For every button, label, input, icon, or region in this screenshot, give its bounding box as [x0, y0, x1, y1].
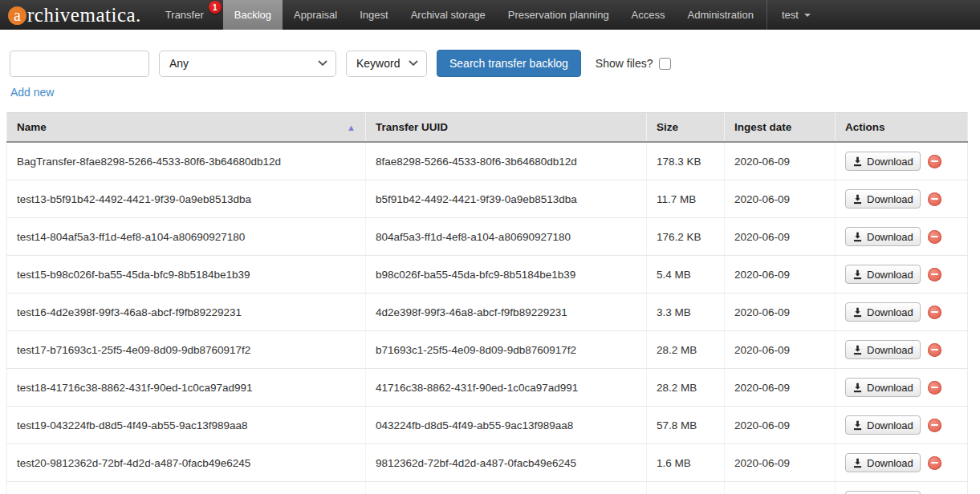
- transfer-name-cell: test13-b5f91b42-4492-4421-9f39-0a9eb8513…: [7, 180, 366, 218]
- show-files-checkbox[interactable]: [659, 58, 671, 70]
- search-query-input[interactable]: [10, 51, 149, 77]
- ingest-date-cell: 2020-06-09: [725, 256, 836, 294]
- nav-tab-appraisal[interactable]: Appraisal: [283, 0, 348, 30]
- download-button[interactable]: Download: [845, 152, 921, 171]
- transfer-uuid-cell: 4d2e398f-99f3-46a8-abcf-f9fb89229231: [366, 294, 647, 331]
- remove-transfer-icon[interactable]: [928, 155, 941, 168]
- transfer-name-cell: test14-804af5a3-ff1d-4ef8-a104-a80690927…: [7, 218, 366, 256]
- transfer-uuid-cell: 41716c38-8862-431f-90ed-1c0ca97ad991: [366, 369, 647, 407]
- ingest-date-cell: 2020-06-09: [725, 180, 836, 218]
- top-navbar: archivematica. Transfer1BacklogAppraisal…: [0, 0, 980, 30]
- download-button-label: Download: [867, 419, 913, 431]
- transfer-row: test14-804af5a3-ff1d-4ef8-a104-a80690927…: [7, 218, 968, 256]
- column-header-name-label: Name: [17, 121, 47, 133]
- actions-cell: Download: [836, 180, 968, 218]
- column-header-actions: Actions: [836, 113, 968, 143]
- remove-transfer-icon[interactable]: [928, 381, 941, 395]
- download-button[interactable]: Download: [845, 415, 921, 435]
- column-header-ingest-date[interactable]: Ingest date: [725, 113, 836, 143]
- transfer-name-cell: test20-9812362d-72bf-4d2d-a487-0facb49e6…: [7, 444, 366, 482]
- transfer-size-cell: 3.3 MB: [647, 294, 725, 331]
- nav-tab-label: Administration: [688, 9, 754, 21]
- table-header-row: Name ▲ Transfer UUID Size Ingest date Ac…: [7, 113, 968, 143]
- chevron-down-icon: [409, 60, 418, 67]
- transfer-uuid-cell: 804af5a3-ff1d-4ef8-a104-a80690927180: [366, 218, 647, 256]
- app-logo[interactable]: archivematica.: [0, 0, 154, 30]
- transfer-size-cell: 178.3 KB: [647, 142, 725, 180]
- remove-transfer-icon[interactable]: [928, 268, 941, 281]
- transfer-size-cell: 5.4 MB: [647, 256, 725, 294]
- transfer-size-cell: 28.2 MB: [647, 331, 725, 369]
- add-new-link[interactable]: Add new: [10, 86, 54, 99]
- remove-transfer-icon[interactable]: [928, 230, 941, 244]
- download-button-label: Download: [867, 193, 913, 205]
- search-type-select[interactable]: Keyword: [346, 51, 427, 77]
- transfer-name-cell: test15-b98c026f-ba55-45da-bfc9-8b5184be1…: [7, 256, 366, 294]
- remove-transfer-icon[interactable]: [928, 306, 941, 319]
- search-transfer-backlog-button[interactable]: Search transfer backlog: [437, 50, 581, 77]
- remove-transfer-icon[interactable]: [928, 343, 941, 357]
- nav-tab-transfer[interactable]: Transfer1: [154, 0, 223, 30]
- search-field-value: Any: [169, 57, 189, 70]
- remove-transfer-icon[interactable]: [928, 192, 941, 206]
- download-button[interactable]: Download: [845, 453, 921, 472]
- nav-tab-backlog[interactable]: Backlog: [223, 0, 283, 30]
- transfer-name-cell: BagTransfer-8fae8298-5266-4533-80f6-3b64…: [7, 142, 366, 180]
- user-menu[interactable]: test: [769, 0, 823, 30]
- ingest-date-cell: 2020-06-09: [725, 369, 836, 407]
- transfer-size-cell: 57.8 MB: [647, 407, 725, 444]
- download-button[interactable]: Download: [845, 378, 921, 397]
- nav-tab-label: Access: [632, 9, 665, 21]
- chevron-down-icon: [318, 60, 327, 67]
- transfer-name-cell: test21-79ea7aa1-4a90-4a9c-a9d1-4d41cbdcc…: [7, 482, 366, 494]
- sort-ascending-icon: ▲: [347, 123, 356, 132]
- actions-cell: Download: [836, 142, 968, 180]
- transfer-uuid-cell: 043224fb-d8d5-4f49-ab55-9ac13f989aa8: [366, 407, 647, 444]
- transfer-row: test16-4d2e398f-99f3-46a8-abcf-f9fb89229…: [7, 294, 968, 331]
- search-field-select[interactable]: Any: [159, 51, 336, 77]
- column-header-size[interactable]: Size: [647, 113, 725, 143]
- nav-tab-ingest[interactable]: Ingest: [348, 0, 399, 30]
- download-button[interactable]: Download: [845, 227, 921, 246]
- transfer-row: BagTransfer-8fae8298-5266-4533-80f6-3b64…: [7, 142, 968, 180]
- nav-tab-preservation-planning[interactable]: Preservation planning: [497, 0, 620, 30]
- transfer-name-cell: test16-4d2e398f-99f3-46a8-abcf-f9fb89229…: [7, 294, 366, 331]
- download-icon: [852, 383, 863, 393]
- transfer-size-cell: 11.7 MB: [647, 180, 725, 218]
- download-icon: [852, 269, 863, 280]
- nav-tab-label: Ingest: [360, 9, 388, 21]
- download-button[interactable]: Download: [845, 189, 921, 209]
- transfer-count-badge: 1: [209, 1, 222, 14]
- nav-tab-archival-storage[interactable]: Archival storage: [400, 0, 497, 30]
- nav-tab-administration[interactable]: Administration: [677, 0, 765, 30]
- logo-a-mark: a: [8, 6, 26, 25]
- download-button-label: Download: [867, 269, 913, 281]
- download-button[interactable]: Download: [845, 340, 921, 359]
- download-button[interactable]: Download: [845, 491, 921, 494]
- download-icon: [852, 232, 863, 242]
- download-button-label: Download: [867, 457, 913, 469]
- nav-tab-label: Preservation planning: [508, 9, 609, 21]
- actions-cell: Download: [836, 256, 968, 294]
- actions-cell: Download: [836, 482, 968, 494]
- download-button[interactable]: Download: [845, 302, 921, 322]
- transfer-name-cell: test17-b71693c1-25f5-4e09-8d09-9db876091…: [7, 331, 366, 369]
- remove-transfer-icon[interactable]: [928, 419, 941, 432]
- nav-tab-label: Backlog: [234, 9, 271, 21]
- column-header-name[interactable]: Name ▲: [7, 113, 366, 143]
- transfer-size-cell: 176.2 KB: [647, 218, 725, 256]
- actions-cell: Download: [836, 407, 968, 444]
- transfer-uuid-cell: 8fae8298-5266-4533-80f6-3b64680db12d: [366, 142, 647, 180]
- ingest-date-cell: 2020-06-09: [725, 294, 836, 331]
- transfer-name-cell: test19-043224fb-d8d5-4f49-ab55-9ac13f989…: [7, 407, 366, 444]
- download-icon: [852, 458, 863, 468]
- transfer-name-cell: test18-41716c38-8862-431f-90ed-1c0ca97ad…: [7, 369, 366, 407]
- download-button[interactable]: Download: [845, 265, 921, 284]
- column-header-transfer-uuid[interactable]: Transfer UUID: [366, 113, 647, 143]
- transfer-uuid-cell: 9812362d-72bf-4d2d-a487-0facb49e6245: [366, 444, 647, 482]
- actions-cell: Download: [836, 331, 968, 369]
- nav-tab-label: Appraisal: [294, 9, 337, 21]
- user-menu-label: test: [782, 9, 799, 21]
- nav-tab-access[interactable]: Access: [620, 0, 677, 30]
- remove-transfer-icon[interactable]: [928, 456, 941, 470]
